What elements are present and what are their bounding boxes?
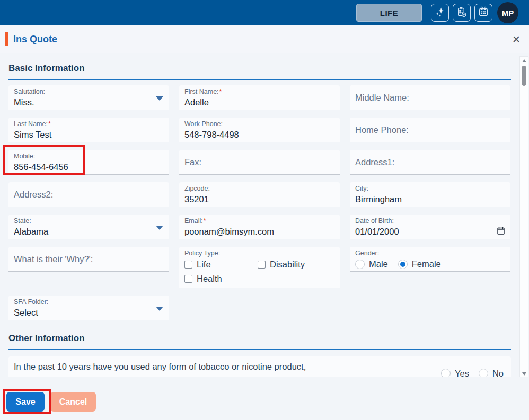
scroll-up-icon[interactable]: [522, 59, 526, 62]
field-value: Miss.: [14, 96, 164, 108]
city-field[interactable]: City: Birmingham: [350, 182, 510, 207]
first-name-field[interactable]: First Name:* Adelle: [179, 85, 340, 110]
field-label: Work Phone:: [184, 120, 334, 128]
field-label: Email:: [184, 217, 203, 225]
scrollbar-thumb[interactable]: [522, 66, 526, 86]
tobacco-question-row: In the past 10 years have you used any f…: [8, 356, 511, 377]
user-avatar[interactable]: MP: [497, 2, 518, 23]
home-phone-field[interactable]: Home Phone:: [350, 118, 510, 142]
save-button[interactable]: Save: [6, 392, 45, 412]
radio-label: Male: [369, 259, 388, 269]
field-label: First Name:: [184, 88, 219, 95]
top-navigation-bar: LIFE: [0, 0, 529, 25]
field-label: What is their 'Why?':: [14, 254, 93, 264]
field-label: Last Name:: [14, 120, 48, 128]
field-label: Policy Type:: [184, 249, 334, 257]
field-label: Address2:: [14, 190, 53, 200]
date-of-birth-field[interactable]: Date of Birth: 01/01/2000: [350, 215, 510, 239]
field-value: 35201: [184, 193, 334, 205]
checkbox-icon[interactable]: [184, 275, 192, 283]
field-label: City:: [355, 185, 505, 193]
zipcode-field[interactable]: Zipcode: 35201: [179, 182, 340, 207]
field-value: Adelle: [184, 96, 334, 108]
question-line1: In the past 10 years have you used any f…: [14, 362, 306, 371]
field-label: Date of Birth:: [355, 217, 505, 225]
field-label: Mobile:: [14, 153, 164, 160]
field-label: Home Phone:: [355, 125, 409, 135]
middle-name-field[interactable]: Middle Name:: [350, 85, 510, 110]
radio-icon[interactable]: [355, 260, 365, 269]
close-icon[interactable]: ✕: [510, 33, 523, 46]
sparkles-button[interactable]: [431, 4, 449, 22]
radio-label: Yes: [455, 369, 469, 378]
field-value: Alabama: [14, 226, 164, 237]
radio-icon[interactable]: [479, 369, 488, 377]
dialog-header: Ins Quote ✕: [0, 25, 529, 53]
section-divider: [8, 79, 511, 80]
why-field[interactable]: What is their 'Why?':: [8, 247, 169, 272]
required-marker: *: [204, 217, 206, 225]
email-field[interactable]: Email:* poonam@bimsym.com: [179, 215, 340, 239]
salutation-field[interactable]: Salutation: Miss.: [8, 85, 169, 110]
field-value: Birmingham: [355, 193, 505, 205]
field-value: 01/01/2000: [355, 226, 505, 237]
address2-field[interactable]: Address2:: [8, 182, 169, 207]
clipboard-add-icon: [455, 6, 468, 20]
field-label: Fax:: [184, 157, 201, 167]
section-title-other: Other Information: [8, 333, 511, 344]
field-label: Middle Name:: [355, 93, 409, 103]
field-value: 548-798-4498: [184, 129, 334, 140]
sfa-folder-field[interactable]: SFA Folder: Select: [8, 296, 169, 320]
state-field[interactable]: State: Alabama: [8, 215, 169, 239]
policy-disability-option[interactable]: Disability: [258, 260, 334, 270]
checkbox-icon[interactable]: [184, 261, 192, 269]
policy-health-option[interactable]: Health: [184, 274, 258, 284]
fax-field[interactable]: Fax:: [179, 150, 340, 175]
gender-female-option[interactable]: Female: [398, 259, 441, 269]
clipboard-add-button[interactable]: [453, 4, 471, 22]
field-value: Select: [14, 307, 164, 318]
calendar-button[interactable]: [474, 4, 492, 22]
form-content: Basic Information Salutation: Miss. Firs…: [0, 53, 519, 377]
field-value: Sims Test: [14, 129, 164, 140]
chevron-down-icon: [156, 226, 163, 230]
basic-info-grid: Salutation: Miss. First Name:* Adelle Mi…: [8, 85, 511, 320]
dialog-footer: Save Cancel: [0, 377, 529, 420]
required-marker: *: [48, 120, 51, 128]
section-title-basic: Basic Information: [8, 63, 511, 74]
chevron-down-icon: [156, 307, 163, 311]
cancel-button[interactable]: Cancel: [50, 392, 96, 412]
address1-field[interactable]: Address1:: [350, 150, 510, 175]
field-label: SFA Folder:: [14, 298, 164, 306]
policy-life-option[interactable]: Life: [184, 260, 258, 270]
section-divider: [8, 349, 511, 350]
radio-label: Female: [412, 259, 441, 269]
life-button[interactable]: LIFE: [356, 4, 422, 22]
radio-label: No: [492, 369, 504, 378]
field-value: 856-454-6456: [14, 161, 164, 173]
policy-type-field: Policy Type: Life Disability Health: [179, 247, 340, 288]
field-label: Salutation:: [14, 88, 164, 96]
radio-icon[interactable]: [398, 260, 408, 269]
sparkles-icon: [434, 6, 446, 20]
field-label: Gender:: [355, 249, 505, 257]
tobacco-yes-option[interactable]: Yes: [441, 369, 469, 378]
scroll-down-icon[interactable]: [522, 372, 526, 376]
date-picker-icon[interactable]: [497, 227, 505, 237]
field-label: State:: [14, 217, 164, 225]
last-name-field[interactable]: Last Name:* Sims Test: [8, 118, 169, 142]
field-label: Zipcode:: [184, 185, 334, 193]
radio-icon[interactable]: [441, 369, 451, 377]
checkbox-label: Disability: [270, 260, 305, 270]
gender-field: Gender: Male Female: [350, 247, 510, 272]
field-label: Address1:: [355, 157, 394, 167]
checkbox-icon[interactable]: [258, 261, 266, 269]
vertical-scrollbar[interactable]: [519, 56, 528, 379]
calendar-icon: [477, 6, 490, 20]
chevron-down-icon: [156, 96, 163, 101]
tobacco-no-option[interactable]: No: [479, 369, 504, 378]
work-phone-field[interactable]: Work Phone: 548-798-4498: [179, 118, 340, 142]
field-value: poonam@bimsym.com: [184, 226, 334, 237]
gender-male-option[interactable]: Male: [355, 259, 388, 269]
mobile-field[interactable]: Mobile: 856-454-6456: [8, 150, 169, 175]
